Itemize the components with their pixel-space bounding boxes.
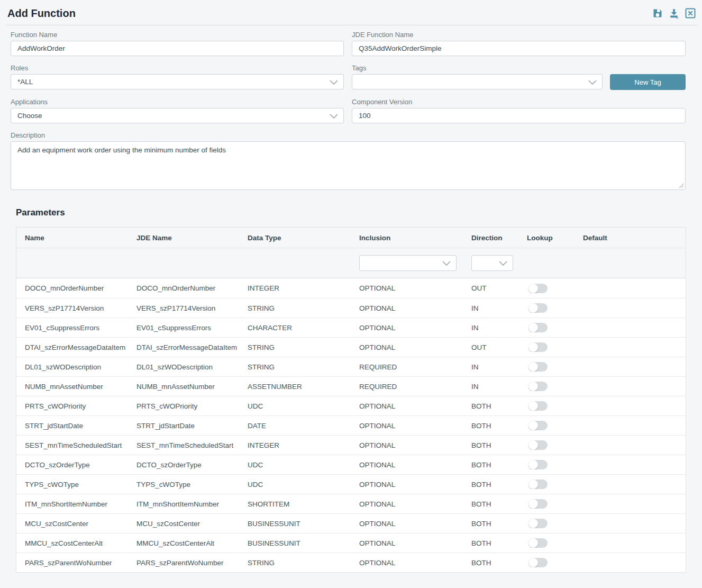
parameter-row: DL01_szWODescription DL01_szWODescriptio… — [16, 357, 686, 376]
parameter-name: MMCU_szCostCenterAlt — [16, 539, 128, 547]
lookup-toggle[interactable] — [528, 382, 548, 391]
roles-select[interactable]: *ALL — [11, 74, 344, 89]
parameter-data-type: STRING — [239, 343, 351, 351]
tags-select[interactable] — [352, 74, 603, 89]
parameter-data-type: STRING — [239, 559, 351, 567]
lookup-toggle[interactable] — [528, 519, 548, 528]
column-header-direction: Direction — [463, 234, 518, 242]
parameter-data-type: STRING — [239, 304, 351, 312]
parameter-direction: OUT — [463, 284, 518, 292]
lookup-toggle[interactable] — [528, 499, 548, 509]
applications-label: Applications — [11, 98, 344, 106]
jde-function-name-input[interactable]: Q35AddWorkOrderSimple — [352, 41, 686, 56]
applications-select[interactable]: Choose — [11, 108, 344, 123]
description-textarea[interactable]: Add an equipment work order using the mi… — [11, 141, 686, 190]
roles-label: Roles — [11, 64, 344, 72]
parameter-data-type: STRING — [239, 363, 351, 371]
parameter-jde-name: SEST_mnTimeScheduledStart — [128, 441, 239, 449]
parameter-row: MCU_szCostCenter MCU_szCostCenter BUSINE… — [16, 513, 686, 533]
close-icon[interactable] — [685, 8, 696, 19]
toggle-knob — [528, 284, 538, 293]
download-icon[interactable] — [669, 8, 679, 19]
parameter-data-type: UDC — [239, 481, 351, 489]
lookup-toggle[interactable] — [528, 538, 548, 548]
parameter-direction: BOTH — [463, 559, 518, 567]
lookup-toggle[interactable] — [528, 440, 548, 450]
parameter-data-type: INTEGER — [239, 284, 351, 292]
description-value: Add an equipment work order using the mi… — [17, 146, 226, 154]
lookup-toggle[interactable] — [528, 342, 548, 352]
parameter-name: SEST_mnTimeScheduledStart — [16, 441, 128, 449]
lookup-toggle[interactable] — [528, 421, 548, 430]
parameter-name: DL01_szWODescription — [16, 363, 128, 371]
parameter-direction: BOTH — [463, 402, 518, 410]
parameter-jde-name: VERS_szP17714Version — [128, 304, 239, 312]
parameter-row: MMCU_szCostCenterAlt MMCU_szCostCenterAl… — [16, 533, 686, 553]
parameter-row: VERS_szP17714Version VERS_szP17714Versio… — [16, 298, 686, 318]
column-header-default: Default — [575, 234, 686, 242]
column-header-name: Name — [16, 234, 128, 242]
parameter-jde-name: STRT_jdStartDate — [128, 422, 239, 430]
parameter-inclusion: OPTIONAL — [351, 500, 463, 508]
parameter-name: ITM_mnShortItemNumber — [16, 500, 128, 508]
parameter-inclusion: OPTIONAL — [351, 481, 463, 489]
parameter-jde-name: NUMB_mnAssetNumber — [128, 383, 239, 391]
toggle-knob — [528, 303, 538, 313]
new-tag-button[interactable]: New Tag — [610, 74, 686, 90]
chevron-down-icon — [330, 80, 338, 85]
function-name-input[interactable]: AddWorkOrder — [11, 41, 344, 56]
parameter-direction: IN — [463, 304, 518, 312]
save-icon[interactable] — [652, 8, 663, 19]
parameters-table-header: Name JDE Name Data Type Inclusion Direct… — [16, 228, 686, 248]
toggle-knob — [528, 440, 538, 450]
parameter-inclusion: OPTIONAL — [351, 559, 463, 567]
parameters-title: Parameters — [16, 207, 702, 218]
parameter-jde-name: PARS_szParentWoNumber — [128, 559, 239, 567]
function-form: Function Name AddWorkOrder JDE Function … — [0, 25, 702, 190]
resize-handle-icon[interactable] — [679, 183, 684, 188]
parameter-inclusion: OPTIONAL — [351, 304, 463, 312]
jde-function-name-label: JDE Function Name — [352, 31, 686, 39]
parameter-data-type: BUSINESSUNIT — [239, 520, 351, 528]
toggle-knob — [528, 323, 538, 332]
roles-select-value: *ALL — [17, 78, 33, 86]
parameter-row: PARS_szParentWoNumber PARS_szParentWoNum… — [16, 553, 686, 572]
parameter-jde-name: PRTS_cWOPriority — [128, 402, 239, 410]
page-header: Add Function — [5, 0, 697, 25]
toggle-knob — [528, 342, 538, 352]
parameter-inclusion: OPTIONAL — [351, 343, 463, 351]
parameter-data-type: BUSINESSUNIT — [239, 539, 351, 547]
lookup-toggle[interactable] — [528, 323, 548, 332]
toggle-knob — [528, 558, 538, 567]
component-version-input[interactable]: 100 — [352, 108, 686, 123]
lookup-toggle[interactable] — [528, 460, 548, 469]
chevron-down-icon — [588, 80, 597, 85]
parameter-direction: IN — [463, 324, 518, 332]
parameter-inclusion: OPTIONAL — [351, 324, 463, 332]
parameter-direction: OUT — [463, 343, 518, 351]
parameter-inclusion: OPTIONAL — [351, 284, 463, 292]
chevron-down-icon — [330, 114, 338, 119]
parameter-row: TYPS_cWOType TYPS_cWOType UDC OPTIONAL B… — [16, 474, 686, 494]
lookup-toggle[interactable] — [528, 284, 548, 293]
lookup-toggle[interactable] — [528, 362, 548, 372]
parameter-inclusion: OPTIONAL — [351, 539, 463, 547]
parameter-direction: BOTH — [463, 461, 518, 469]
lookup-toggle[interactable] — [528, 401, 548, 411]
lookup-toggle[interactable] — [528, 480, 548, 489]
parameter-direction: BOTH — [463, 422, 518, 430]
page-title: Add Function — [7, 6, 76, 20]
parameter-data-type: CHARACTER — [239, 324, 351, 332]
inclusion-filter-select[interactable] — [359, 255, 457, 271]
parameter-jde-name: DTAI_szErrorMessageDataItem — [128, 343, 239, 351]
parameter-inclusion: REQUIRED — [351, 383, 463, 391]
parameter-row: EV01_cSuppressErrors EV01_cSuppressError… — [16, 318, 686, 337]
parameter-name: PARS_szParentWoNumber — [16, 559, 128, 567]
parameter-inclusion: OPTIONAL — [351, 520, 463, 528]
direction-filter-select[interactable] — [471, 255, 513, 271]
toggle-knob — [528, 519, 538, 528]
lookup-toggle[interactable] — [528, 303, 548, 313]
parameter-inclusion: OPTIONAL — [351, 441, 463, 449]
lookup-toggle[interactable] — [528, 558, 548, 567]
parameter-direction: BOTH — [463, 539, 518, 547]
